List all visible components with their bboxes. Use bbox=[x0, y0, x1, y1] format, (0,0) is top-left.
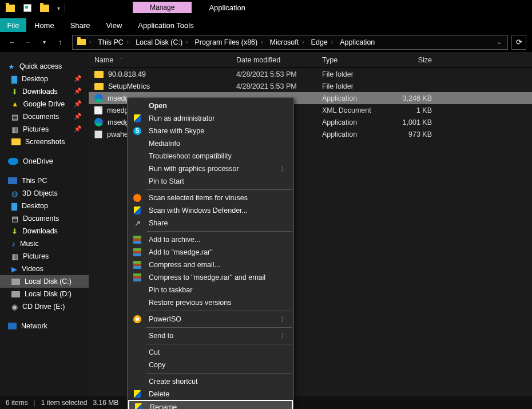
nav-network[interactable]: Network bbox=[0, 320, 89, 332]
submenu-arrow-icon: 〉 bbox=[281, 165, 287, 173]
ribbon-tab-application-tools[interactable]: Application Tools bbox=[130, 18, 201, 32]
submenu-arrow-icon: 〉 bbox=[281, 315, 287, 324]
column-header-row: Name˄ Date modified Type Size bbox=[89, 52, 532, 68]
breadcrumb-local-disk-c[interactable]: Local Disk (C:)› bbox=[133, 35, 191, 49]
ctx-troubleshoot-compatibility[interactable]: Troubleshoot compatibility bbox=[128, 150, 293, 162]
shield-icon bbox=[134, 390, 141, 398]
nav-pictures[interactable]: ▥Pictures bbox=[0, 250, 89, 263]
file-type: File folder bbox=[322, 70, 391, 78]
file-row[interactable]: SetupMetrics4/28/2021 5:53 PMFile folder bbox=[89, 80, 532, 92]
ctx-delete[interactable]: Delete bbox=[128, 388, 293, 400]
ribbon-tab-view[interactable]: View bbox=[98, 18, 130, 32]
breadcrumb-application[interactable]: Application bbox=[338, 35, 377, 49]
avast-icon bbox=[133, 194, 141, 202]
qat-folder-icon[interactable] bbox=[2, 1, 19, 15]
ctx-pin-to-taskbar[interactable]: Pin to taskbar bbox=[128, 284, 293, 296]
ctx-pin-to-start[interactable]: Pin to Start bbox=[128, 175, 293, 188]
ribbon-file-tab[interactable]: File bbox=[0, 18, 26, 32]
breadcrumb-this-pc[interactable]: This PC› bbox=[96, 35, 132, 49]
nav-quick-access[interactable]: ★Quick access bbox=[0, 60, 89, 73]
column-header-name[interactable]: Name˄ bbox=[89, 56, 236, 64]
file-type: Application bbox=[322, 118, 391, 126]
ctx-rename[interactable]: Rename bbox=[128, 400, 293, 409]
column-header-size[interactable]: Size bbox=[391, 56, 436, 64]
nav-3d-objects[interactable]: ◍3D Objects bbox=[0, 187, 89, 200]
file-row[interactable]: 90.0.818.494/28/2021 5:53 PMFile folder bbox=[89, 68, 532, 80]
file-type: XML Document bbox=[322, 106, 391, 114]
qat-dropdown-icon[interactable]: ▾ bbox=[53, 1, 63, 15]
nav-recent-dropdown[interactable]: ▾ bbox=[38, 36, 50, 49]
ctx-copy[interactable]: Copy bbox=[128, 359, 293, 371]
winrar-icon bbox=[133, 248, 141, 256]
qat-open-folder-icon[interactable] bbox=[36, 1, 53, 15]
nav-music[interactable]: ♪Music bbox=[0, 237, 89, 250]
address-dropdown-icon[interactable]: ⌄ bbox=[497, 38, 502, 46]
ctx-cut[interactable]: Cut bbox=[128, 346, 293, 359]
column-header-type[interactable]: Type bbox=[322, 56, 391, 64]
nav-quick-downloads[interactable]: ⬇Downloads📌 bbox=[0, 85, 89, 98]
winrar-icon bbox=[133, 236, 141, 244]
ctx-add-to-msedge-rar[interactable]: Add to "msedge.rar" bbox=[128, 246, 293, 259]
nav-quick-google-drive[interactable]: ▲Google Drive📌 bbox=[0, 98, 89, 110]
nav-quick-pictures[interactable]: ▥Pictures📌 bbox=[0, 123, 89, 136]
file-type: File folder bbox=[322, 82, 391, 90]
ctx-run-with-graphics-processor[interactable]: Run with graphics processor〉 bbox=[128, 162, 293, 175]
edge-icon bbox=[94, 94, 103, 102]
column-header-date[interactable]: Date modified bbox=[236, 56, 322, 64]
nav-back-button[interactable]: ← bbox=[6, 36, 18, 49]
file-name: pwahe bbox=[107, 130, 128, 138]
ctx-run-as-administrator[interactable]: Run as administrator bbox=[128, 112, 293, 125]
ctx-open[interactable]: Open bbox=[128, 100, 293, 112]
ctx-share[interactable]: ↗Share bbox=[128, 217, 293, 229]
address-bar[interactable]: › This PC› Local Disk (C:)› Program File… bbox=[72, 35, 508, 50]
pin-icon: 📌 bbox=[74, 88, 82, 95]
ctx-send-to[interactable]: Send to〉 bbox=[128, 329, 293, 342]
nav-up-button[interactable]: ↑ bbox=[54, 36, 66, 49]
nav-pane[interactable]: ★Quick access ▇Desktop📌 ⬇Downloads📌 ▲Goo… bbox=[0, 52, 89, 397]
breadcrumb-root-icon[interactable]: › bbox=[75, 35, 94, 49]
breadcrumb-program-files-x86[interactable]: Program Files (x86)› bbox=[192, 35, 266, 49]
file-size: 3,246 KB bbox=[391, 94, 436, 102]
ctx-share-with-skype[interactable]: SShare with Skype bbox=[128, 125, 293, 137]
breadcrumb-edge[interactable]: Edge› bbox=[309, 35, 337, 49]
shield-icon bbox=[134, 114, 141, 122]
qat-properties-icon[interactable] bbox=[19, 1, 36, 15]
nav-documents[interactable]: ▤Documents bbox=[0, 212, 89, 225]
skype-icon: S bbox=[133, 127, 141, 135]
nav-local-disk-d[interactable]: Local Disk (D:) bbox=[0, 288, 89, 300]
edge-icon bbox=[94, 118, 103, 126]
ctx-scan-for-viruses[interactable]: Scan selected items for viruses bbox=[128, 192, 293, 204]
status-selection-count: 1 item selected bbox=[41, 399, 88, 407]
nav-quick-desktop[interactable]: ▇Desktop📌 bbox=[0, 73, 89, 85]
breadcrumb-microsoft[interactable]: Microsoft› bbox=[268, 35, 308, 49]
nav-downloads[interactable]: ⬇Downloads bbox=[0, 225, 89, 237]
pin-icon: 📌 bbox=[74, 100, 82, 108]
ribbon-context-manage[interactable]: Manage bbox=[133, 2, 192, 13]
ribbon-tab-share[interactable]: Share bbox=[62, 18, 98, 32]
xml-file-icon bbox=[94, 106, 102, 114]
ctx-restore-previous-versions[interactable]: Restore previous versions bbox=[128, 296, 293, 309]
nav-desktop[interactable]: ▇Desktop bbox=[0, 200, 89, 212]
ctx-compress-and-email[interactable]: Compress and email... bbox=[128, 259, 293, 271]
ctx-poweriso[interactable]: PowerISO〉 bbox=[128, 313, 293, 325]
ribbon-tab-home[interactable]: Home bbox=[26, 18, 62, 32]
nav-local-disk-c[interactable]: Local Disk (C:) bbox=[0, 275, 89, 288]
ctx-create-shortcut[interactable]: Create shortcut bbox=[128, 375, 293, 388]
ribbon-context-title: Application bbox=[209, 3, 245, 12]
ctx-mediainfo[interactable]: MediaInfo bbox=[128, 137, 293, 150]
file-type: Application bbox=[322, 130, 391, 138]
nav-cd-drive-e[interactable]: ◉CD Drive (E:) bbox=[0, 300, 89, 313]
share-icon: ↗ bbox=[133, 219, 142, 228]
nav-quick-documents[interactable]: ▤Documents📌 bbox=[0, 110, 89, 123]
ctx-add-to-archive[interactable]: Add to archive... bbox=[128, 233, 293, 246]
ctx-scan-with-defender[interactable]: Scan with Windows Defender... bbox=[128, 204, 293, 217]
nav-forward-button[interactable]: → bbox=[22, 36, 34, 49]
nav-this-pc[interactable]: This PC bbox=[0, 174, 89, 187]
nav-onedrive[interactable]: OneDrive bbox=[0, 155, 89, 168]
nav-quick-screenshots[interactable]: Screenshots bbox=[0, 136, 89, 148]
nav-videos[interactable]: ▶Videos bbox=[0, 263, 89, 275]
ctx-compress-to-rar-and-email[interactable]: Compress to "msedge.rar" and email bbox=[128, 271, 293, 284]
winrar-icon bbox=[133, 273, 141, 281]
file-size: 1,001 KB bbox=[391, 118, 436, 126]
refresh-button[interactable]: ⟳ bbox=[511, 35, 526, 50]
